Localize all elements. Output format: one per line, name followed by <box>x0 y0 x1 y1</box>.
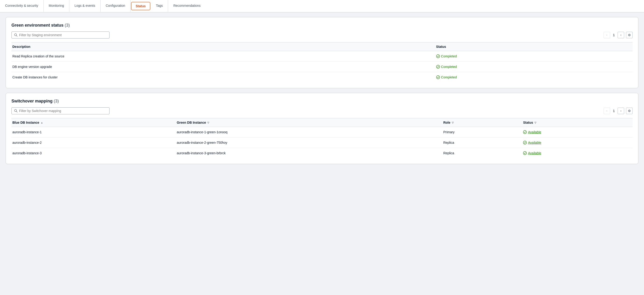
green-env-row2-status: Completed <box>434 62 632 72</box>
gear-icon: ⚙ <box>628 109 631 113</box>
status-available-badge[interactable]: Available <box>523 151 630 155</box>
switchover-search-box[interactable] <box>12 107 110 114</box>
check-circle-icon <box>523 130 527 134</box>
green-env-row1-status: Completed <box>434 51 632 62</box>
switchover-col-status[interactable]: Status ▽ <box>520 118 632 127</box>
status-completed-badge: Completed <box>436 65 630 69</box>
switchover-title: Switchover mapping (3) <box>12 99 632 104</box>
green-env-next-btn[interactable]: › <box>618 32 624 38</box>
gear-icon: ⚙ <box>628 33 631 37</box>
table-row: DB engine version upgrade Completed <box>12 62 632 72</box>
chevron-right-icon: › <box>620 33 621 37</box>
green-env-row1-desc: Read Replica creation of the source <box>12 51 434 62</box>
tab-recommendations[interactable]: Recommendations <box>168 0 206 12</box>
sort-desc-icon: ▽ <box>207 121 209 124</box>
tab-configuration[interactable]: Configuration <box>101 0 130 12</box>
switchover-row3-green: auroradb-instance-3-green-brbrck <box>174 148 440 158</box>
green-env-filter-row: ‹ 1 › ⚙ <box>12 31 632 38</box>
green-env-prev-btn[interactable]: ‹ <box>604 32 610 38</box>
green-env-table: Description Status Read Replica creation… <box>12 42 632 82</box>
tab-connectivity-label: Connectivity & security <box>5 4 38 7</box>
green-env-row3-desc: Create DB instances for cluster <box>12 72 434 83</box>
table-row: Read Replica creation of the source Comp… <box>12 51 632 62</box>
switchover-row1-blue: auroradb-instance-1 <box>12 127 174 137</box>
status-completed-badge: Completed <box>436 54 630 58</box>
tab-logs[interactable]: Logs & events <box>69 0 101 12</box>
chevron-left-icon: ‹ <box>606 109 607 112</box>
tab-bar: Connectivity & security Monitoring Logs … <box>0 0 644 12</box>
switchover-row3-status[interactable]: Available <box>520 148 632 158</box>
tab-status[interactable]: Status <box>131 2 150 10</box>
table-row: auroradb-instance-3 auroradb-instance-3-… <box>12 148 632 158</box>
svg-point-4 <box>436 76 440 79</box>
tab-connectivity[interactable]: Connectivity & security <box>0 0 44 12</box>
switchover-pagination: ‹ 1 › ⚙ <box>604 108 632 114</box>
status-available-badge[interactable]: Available <box>523 130 630 134</box>
chevron-left-icon: ‹ <box>606 33 607 37</box>
table-row: auroradb-instance-1 auroradb-instance-1-… <box>12 127 632 137</box>
green-env-count: (3) <box>65 23 70 27</box>
green-env-title: Green environment status (3) <box>12 23 632 28</box>
tab-configuration-label: Configuration <box>106 4 125 7</box>
switchover-row2-blue: auroradb-instance-2 <box>12 137 174 148</box>
switchover-row1-green: auroradb-instance-1-green-1onooq <box>174 127 440 137</box>
switchover-title-text: Switchover mapping <box>12 99 52 103</box>
switchover-header-row: Blue DB Instance ▲ Green DB Instance ▽ R… <box>12 118 632 127</box>
switchover-row3-role: Replica <box>440 148 520 158</box>
green-env-col-description: Description <box>12 42 434 51</box>
switchover-card: Switchover mapping (3) ‹ 1 › <box>6 93 638 164</box>
svg-point-2 <box>436 55 440 58</box>
switchover-filter-row: ‹ 1 › ⚙ <box>12 107 632 114</box>
svg-point-8 <box>523 141 526 144</box>
check-circle-icon <box>523 141 527 144</box>
green-env-search-box[interactable] <box>12 31 110 38</box>
tab-monitoring-label: Monitoring <box>49 4 64 7</box>
tabs-inner: Connectivity & security Monitoring Logs … <box>0 0 644 12</box>
switchover-row3-blue: auroradb-instance-3 <box>12 148 174 158</box>
chevron-right-icon: › <box>620 109 621 112</box>
green-env-gear-btn[interactable]: ⚙ <box>626 32 632 38</box>
green-env-pagination: ‹ 1 › ⚙ <box>604 32 632 38</box>
switchover-search-input[interactable] <box>19 109 107 113</box>
green-env-row2-desc: DB engine version upgrade <box>12 62 434 72</box>
switchover-page-num: 1 <box>612 109 616 113</box>
switchover-table: Blue DB Instance ▲ Green DB Instance ▽ R… <box>12 118 632 158</box>
switchover-col-blue[interactable]: Blue DB Instance ▲ <box>12 118 174 127</box>
check-circle-icon <box>436 54 440 58</box>
tab-status-label: Status <box>136 4 146 8</box>
green-env-search-input[interactable] <box>19 33 107 37</box>
search-icon <box>14 109 18 113</box>
green-env-page-num: 1 <box>612 33 616 37</box>
switchover-col-role[interactable]: Role ▽ <box>440 118 520 127</box>
svg-line-1 <box>16 35 17 36</box>
switchover-next-btn[interactable]: › <box>618 108 624 114</box>
svg-line-6 <box>16 111 17 112</box>
switchover-prev-btn[interactable]: ‹ <box>604 108 610 114</box>
tab-monitoring[interactable]: Monitoring <box>44 0 69 12</box>
switchover-row2-status[interactable]: Available <box>520 137 632 148</box>
tab-logs-label: Logs & events <box>74 4 95 7</box>
status-available-badge[interactable]: Available <box>523 141 630 144</box>
sort-desc-icon: ▽ <box>452 121 454 124</box>
svg-point-3 <box>436 65 440 68</box>
svg-point-9 <box>523 151 526 155</box>
switchover-gear-btn[interactable]: ⚙ <box>626 108 632 114</box>
switchover-row1-status[interactable]: Available <box>520 127 632 137</box>
tab-tags[interactable]: Tags <box>151 0 168 12</box>
check-circle-icon <box>523 151 527 155</box>
tab-tags-label: Tags <box>156 4 163 7</box>
green-env-row3-status: Completed <box>434 72 632 83</box>
tab-recommendations-label: Recommendations <box>173 4 200 7</box>
switchover-count: (3) <box>54 99 59 103</box>
table-row: Create DB instances for cluster Complete… <box>12 72 632 83</box>
check-circle-icon <box>436 75 440 79</box>
switchover-row2-green: auroradb-instance-2-green-750hoy <box>174 137 440 148</box>
table-row: auroradb-instance-2 auroradb-instance-2-… <box>12 137 632 148</box>
main-content: Green environment status (3) ‹ 1 › <box>0 12 644 169</box>
switchover-col-green[interactable]: Green DB Instance ▽ <box>174 118 440 127</box>
search-icon <box>14 33 18 37</box>
green-env-card: Green environment status (3) ‹ 1 › <box>6 17 638 88</box>
green-env-col-status: Status <box>434 42 632 51</box>
svg-point-7 <box>523 130 526 134</box>
green-env-title-text: Green environment status <box>12 23 64 27</box>
